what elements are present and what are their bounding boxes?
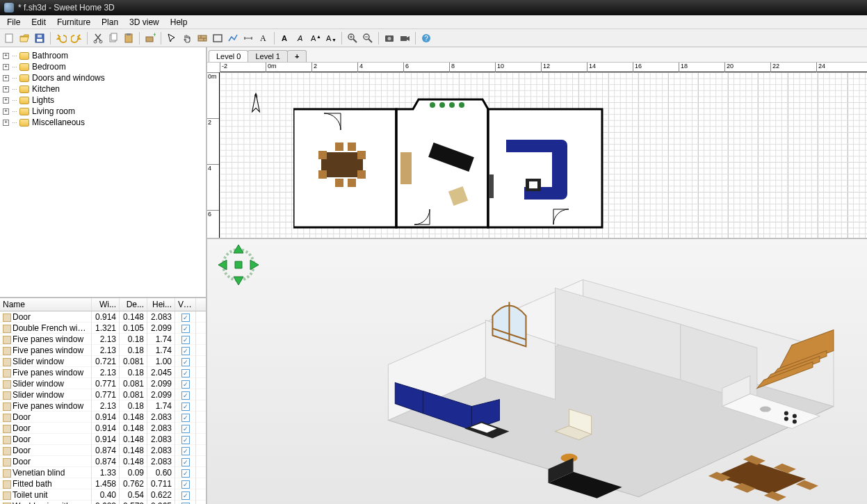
expand-icon[interactable]: + bbox=[3, 108, 9, 115]
furniture-name: Door bbox=[13, 423, 31, 433]
catalog-bathroom[interactable]: +⋯Bathroom bbox=[1, 50, 204, 61]
pan-tool-icon[interactable] bbox=[181, 32, 193, 44]
visible-checkbox[interactable]: ✓ bbox=[181, 458, 190, 466]
expand-icon[interactable]: + bbox=[3, 86, 9, 92]
plan-grid[interactable]: N bbox=[220, 72, 867, 238]
expand-icon[interactable]: + bbox=[3, 97, 9, 104]
tab-level-0[interactable]: Level 0 bbox=[209, 50, 248, 62]
col-name[interactable]: Name bbox=[0, 298, 92, 311]
new-icon[interactable] bbox=[3, 32, 15, 44]
svg-rect-3 bbox=[38, 35, 42, 38]
visible-checkbox[interactable]: ✓ bbox=[181, 447, 190, 455]
furniture-name: Five panes window bbox=[13, 346, 83, 355]
tab-level-1[interactable]: Level 1 bbox=[248, 50, 287, 62]
text-tool-icon[interactable]: A bbox=[257, 32, 270, 44]
text-size-down-icon[interactable]: A▼ bbox=[325, 32, 337, 44]
text-size-up-icon[interactable]: A▲ bbox=[309, 32, 322, 44]
text-bold-icon[interactable]: A bbox=[279, 32, 291, 44]
menu-furniture[interactable]: Furniture bbox=[51, 17, 96, 28]
visible-checkbox[interactable]: ✓ bbox=[181, 414, 190, 422]
cut-icon[interactable] bbox=[92, 32, 104, 44]
ruler-tick: -2 bbox=[220, 63, 227, 72]
menu-edit[interactable]: Edit bbox=[26, 17, 51, 28]
video-icon[interactable] bbox=[398, 32, 411, 44]
furniture-thumb-icon bbox=[3, 480, 11, 489]
visible-checkbox[interactable]: ✓ bbox=[181, 403, 190, 411]
visible-checkbox[interactable]: ✓ bbox=[181, 391, 190, 400]
col-height[interactable]: Hei... bbox=[147, 298, 175, 311]
col-depth[interactable]: De... bbox=[120, 298, 147, 311]
visible-checkbox[interactable]: ✓ bbox=[181, 380, 190, 389]
furniture-catalog-tree[interactable]: +⋯Bathroom+⋯Bedroom+⋯Doors and windows+⋯… bbox=[0, 47, 206, 298]
furniture-thumb-icon bbox=[3, 347, 11, 355]
furniture-name: Five panes window bbox=[13, 334, 83, 344]
zoom-out-icon[interactable] bbox=[362, 32, 374, 44]
visible-checkbox[interactable]: ✓ bbox=[181, 358, 190, 366]
floor-plan-drawing[interactable] bbox=[293, 98, 603, 238]
furniture-list-table[interactable]: Name Wi... De... Hei... Visi... Door0.91… bbox=[0, 298, 206, 504]
3d-view[interactable] bbox=[207, 239, 867, 504]
select-tool-icon[interactable] bbox=[165, 32, 178, 44]
visible-checkbox[interactable]: ✓ bbox=[181, 347, 190, 355]
svg-text:A: A bbox=[282, 34, 287, 42]
furniture-thumb-icon bbox=[3, 391, 11, 400]
visible-checkbox[interactable]: ✓ bbox=[181, 314, 190, 322]
polyline-tool-icon[interactable] bbox=[227, 32, 239, 44]
catalog-bedroom[interactable]: +⋯Bedroom bbox=[1, 61, 204, 72]
expand-icon[interactable]: + bbox=[3, 53, 9, 59]
svg-point-93 bbox=[760, 407, 771, 412]
photo-icon[interactable] bbox=[383, 32, 396, 44]
catalog-living-room[interactable]: +⋯Living room bbox=[1, 106, 204, 117]
paste-icon[interactable] bbox=[122, 32, 135, 44]
add-level-tab[interactable]: + bbox=[287, 50, 307, 62]
table-header[interactable]: Name Wi... De... Hei... Visi... bbox=[0, 298, 206, 311]
catalog-kitchen[interactable]: +⋯Kitchen bbox=[1, 83, 204, 95]
save-icon[interactable] bbox=[33, 32, 46, 44]
visible-checkbox[interactable]: ✓ bbox=[181, 480, 190, 489]
copy-icon[interactable] bbox=[107, 32, 120, 44]
room-tool-icon[interactable] bbox=[211, 32, 224, 44]
svg-text:A: A bbox=[326, 34, 332, 42]
visible-checkbox[interactable]: ✓ bbox=[181, 436, 190, 444]
visible-checkbox[interactable]: ✓ bbox=[181, 325, 190, 333]
wall-tool-icon[interactable] bbox=[196, 32, 209, 44]
catalog-doors-and-windows[interactable]: +⋯Doors and windows bbox=[1, 72, 204, 83]
folder-icon bbox=[19, 52, 29, 60]
undo-icon[interactable] bbox=[55, 32, 67, 44]
menu-help[interactable]: Help bbox=[165, 17, 193, 28]
ruler-tick: 4 bbox=[207, 164, 219, 172]
furniture-name: Five panes window bbox=[13, 368, 83, 377]
furniture-name: Door bbox=[13, 446, 31, 455]
visible-checkbox[interactable]: ✓ bbox=[181, 336, 190, 344]
col-width[interactable]: Wi... bbox=[92, 298, 120, 311]
help-icon[interactable]: ? bbox=[420, 32, 432, 44]
expand-icon[interactable]: + bbox=[3, 75, 9, 81]
expand-icon[interactable]: + bbox=[3, 64, 9, 70]
catalog-miscellaneous[interactable]: +⋯Miscellaneous bbox=[1, 117, 204, 128]
redo-icon[interactable] bbox=[70, 32, 83, 44]
visible-checkbox[interactable]: ✓ bbox=[181, 369, 190, 377]
plan-canvas[interactable]: -20m24681012141618202224 0m246 N bbox=[207, 63, 867, 238]
text-italic-icon[interactable]: A bbox=[294, 32, 307, 44]
furniture-name: Fitted bath bbox=[13, 479, 52, 489]
svg-text:?: ? bbox=[424, 35, 428, 42]
visible-checkbox[interactable]: ✓ bbox=[181, 469, 190, 478]
menu-file[interactable]: File bbox=[1, 17, 26, 28]
table-row[interactable]: Washbasin with ca...0.6220.5720.965✓ bbox=[0, 501, 206, 504]
catalog-lights[interactable]: +⋯Lights bbox=[1, 95, 204, 106]
svg-rect-51 bbox=[357, 151, 366, 159]
col-visible[interactable]: Visi... bbox=[175, 298, 196, 311]
compass-icon: N bbox=[243, 92, 268, 117]
svg-marker-34 bbox=[407, 36, 410, 41]
menu-3d-view[interactable]: 3D view bbox=[124, 17, 165, 28]
3d-render bbox=[207, 239, 867, 504]
furniture-name: Slider window bbox=[13, 357, 64, 366]
open-icon[interactable] bbox=[18, 32, 31, 44]
zoom-in-icon[interactable] bbox=[346, 32, 359, 44]
dimension-tool-icon[interactable] bbox=[242, 32, 254, 44]
visible-checkbox[interactable]: ✓ bbox=[181, 491, 190, 500]
expand-icon[interactable]: + bbox=[3, 120, 9, 126]
menu-plan[interactable]: Plan bbox=[96, 17, 124, 28]
visible-checkbox[interactable]: ✓ bbox=[181, 425, 190, 433]
add-furniture-icon[interactable]: + bbox=[144, 32, 156, 44]
